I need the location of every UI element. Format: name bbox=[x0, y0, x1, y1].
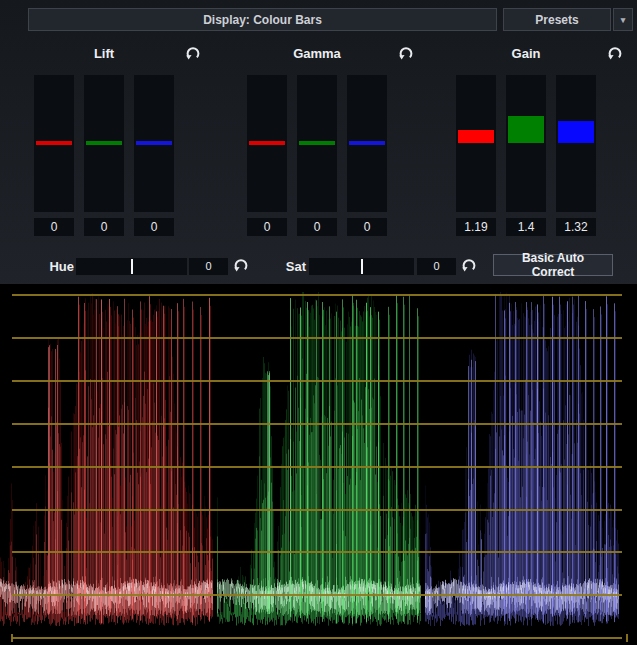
sat-label: Sat bbox=[272, 258, 306, 275]
gain-red-slider[interactable] bbox=[456, 75, 496, 212]
gamma-red-value[interactable]: 0 bbox=[247, 218, 287, 236]
gamma-section-label: Gamma bbox=[247, 45, 387, 63]
gamma-blue-slider[interactable] bbox=[347, 75, 387, 212]
gamma-reset-icon[interactable] bbox=[397, 44, 415, 62]
gain-green-value[interactable]: 1.4 bbox=[506, 218, 546, 236]
sat-value[interactable]: 0 bbox=[417, 258, 456, 275]
presets-button[interactable]: Presets bbox=[503, 8, 611, 31]
gain-reset-icon[interactable] bbox=[606, 44, 624, 62]
lift-reset-icon[interactable] bbox=[184, 44, 202, 62]
lift-blue-handle[interactable] bbox=[136, 141, 172, 145]
lift-section-label: Lift bbox=[34, 45, 174, 63]
lift-section-header: Lift bbox=[34, 45, 202, 63]
lift-green-handle[interactable] bbox=[86, 141, 122, 145]
hue-slider[interactable] bbox=[76, 258, 187, 275]
hue-slider-handle[interactable] bbox=[131, 259, 133, 274]
gain-section: Gain 1.191.41.32 bbox=[456, 40, 624, 245]
lift-blue-value[interactable]: 0 bbox=[134, 218, 174, 236]
lift-red-value[interactable]: 0 bbox=[34, 218, 74, 236]
gamma-green-slider[interactable] bbox=[297, 75, 337, 212]
gamma-section: Gamma 000 bbox=[247, 40, 415, 245]
lift-section: Lift 000 bbox=[34, 40, 202, 245]
lift-red-handle[interactable] bbox=[36, 141, 72, 145]
color-correction-panel: Display: Colour Bars Presets ▾ Lift 000 … bbox=[0, 0, 637, 645]
hue-reset-icon[interactable] bbox=[232, 256, 250, 274]
lift-blue-slider[interactable] bbox=[134, 75, 174, 212]
gain-red-value[interactable]: 1.19 bbox=[456, 218, 496, 236]
sat-slider-handle[interactable] bbox=[361, 259, 363, 274]
gain-blue-handle[interactable] bbox=[558, 121, 594, 143]
waveform-scope bbox=[0, 284, 637, 645]
gamma-blue-handle[interactable] bbox=[349, 141, 385, 145]
lift-green-slider[interactable] bbox=[84, 75, 124, 212]
gamma-green-value[interactable]: 0 bbox=[297, 218, 337, 236]
gain-green-handle[interactable] bbox=[508, 116, 544, 143]
hue-value[interactable]: 0 bbox=[189, 258, 228, 275]
gamma-green-handle[interactable] bbox=[299, 141, 335, 145]
display-mode-button[interactable]: Display: Colour Bars bbox=[28, 8, 497, 31]
gain-red-handle[interactable] bbox=[458, 130, 494, 143]
lift-green-value[interactable]: 0 bbox=[84, 218, 124, 236]
gamma-red-handle[interactable] bbox=[249, 141, 285, 145]
gamma-blue-value[interactable]: 0 bbox=[347, 218, 387, 236]
gain-blue-slider[interactable] bbox=[556, 75, 596, 212]
sat-slider[interactable] bbox=[309, 258, 414, 275]
gain-blue-value[interactable]: 1.32 bbox=[556, 218, 596, 236]
gain-green-slider[interactable] bbox=[506, 75, 546, 212]
lift-red-slider[interactable] bbox=[34, 75, 74, 212]
gamma-red-slider[interactable] bbox=[247, 75, 287, 212]
presets-dropdown-arrow-icon[interactable]: ▾ bbox=[613, 8, 633, 31]
gamma-section-header: Gamma bbox=[247, 45, 415, 63]
gain-section-label: Gain bbox=[456, 45, 596, 63]
hue-label: Hue bbox=[40, 258, 74, 275]
sat-reset-icon[interactable] bbox=[460, 256, 478, 274]
gain-section-header: Gain bbox=[456, 45, 624, 63]
basic-auto-correct-button[interactable]: Basic Auto Correct bbox=[493, 254, 613, 276]
